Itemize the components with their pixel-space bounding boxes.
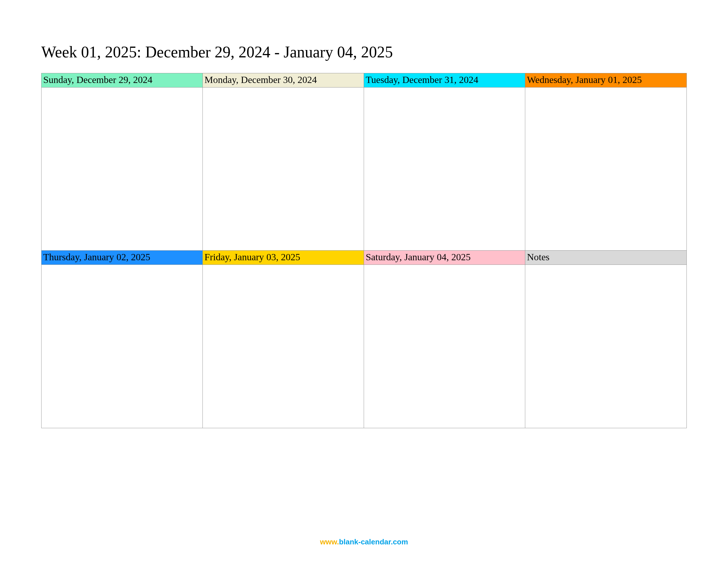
footer-link-prefix: www.: [320, 538, 339, 546]
day-header-wednesday: Wednesday, January 01, 2025: [525, 73, 686, 88]
week-grid: Sunday, December 29, 2024 Monday, Decemb…: [41, 73, 687, 428]
day-body-tuesday[interactable]: [364, 88, 525, 251]
day-body-thursday[interactable]: [42, 265, 203, 428]
day-body-saturday[interactable]: [364, 265, 525, 428]
day-header-saturday: Saturday, January 04, 2025: [364, 251, 525, 265]
day-header-tuesday: Tuesday, December 31, 2024: [364, 73, 525, 88]
day-header-sunday: Sunday, December 29, 2024: [42, 73, 203, 88]
page-title: Week 01, 2025: December 29, 2024 - Janua…: [41, 43, 687, 62]
footer-link[interactable]: www.blank-calendar.com: [0, 538, 728, 546]
day-header-monday: Monday, December 30, 2024: [203, 73, 364, 88]
day-header-notes: Notes: [525, 251, 686, 265]
day-header-friday: Friday, January 03, 2025: [203, 251, 364, 265]
day-body-notes[interactable]: [525, 265, 686, 428]
day-body-monday[interactable]: [203, 88, 364, 251]
day-body-sunday[interactable]: [42, 88, 203, 251]
day-body-wednesday[interactable]: [525, 88, 686, 251]
calendar-page: Week 01, 2025: December 29, 2024 - Janua…: [0, 0, 728, 562]
footer-link-domain: blank-calendar.com: [339, 538, 408, 546]
day-body-friday[interactable]: [203, 265, 364, 428]
day-header-thursday: Thursday, January 02, 2025: [42, 251, 203, 265]
